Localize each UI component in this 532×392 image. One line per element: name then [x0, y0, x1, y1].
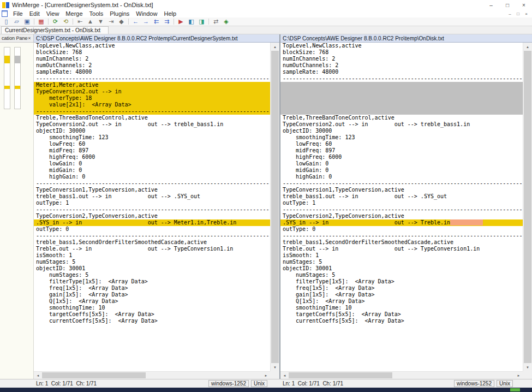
scroll-up-icon[interactable]: ▲	[523, 43, 532, 51]
plugin-settings-button[interactable]: ◈	[221, 17, 231, 26]
code-line: outType: 1	[34, 200, 270, 206]
code-line: treble_bass1,SecondOrderFilterSmoothedCa…	[280, 239, 523, 246]
menu-edit[interactable]: Edit	[26, 10, 43, 17]
code-line: numOutChannels: 2	[280, 62, 523, 69]
scroll-right-icon[interactable]: ►	[515, 372, 523, 379]
location-pane-close-icon[interactable]: ×	[26, 35, 33, 41]
first-diff-button[interactable]: ⇤	[75, 17, 85, 26]
reload-button[interactable]: ⟲	[61, 17, 71, 26]
menu-merge[interactable]: Merge	[62, 10, 86, 17]
menu-plugins[interactable]: Plugins	[106, 10, 133, 17]
separator-line: ----------------------------------------…	[280, 206, 523, 213]
left-pane-status: Ln: 1 Col: 1/71 Ch: 1/71 windows-1252 Un…	[34, 379, 279, 388]
code-line: lowGain: 0	[280, 161, 523, 167]
code-line: sampleRate: 48000	[280, 69, 523, 75]
code-line: targetCoeffs[5x5]: <Array Data>	[280, 311, 523, 318]
code-line: Treble,ThreeBandToneControl,active	[34, 115, 270, 121]
close-button[interactable]: ×	[516, 0, 532, 10]
child-restore-button[interactable]: □	[514, 10, 522, 17]
minimize-button[interactable]: –	[483, 0, 499, 10]
code-line: numStages: 5	[34, 272, 270, 278]
taskbar-green-indicator[interactable]	[510, 388, 520, 391]
auto-merge-button[interactable]: ▶	[176, 17, 186, 26]
scroll-up-icon[interactable]: ▲	[271, 43, 279, 51]
left-vertical-scrollbar[interactable]: ▲ ▼	[270, 43, 279, 371]
tab-comparison[interactable]: CurrentDesignerSystem.txt - OnDisk.txt	[1, 26, 109, 34]
mdi-child-controls: – □ ×	[506, 10, 532, 17]
prev-diff-button[interactable]: ▲	[85, 17, 95, 26]
code-line: gain[1x5]: <Array Data>	[34, 292, 270, 298]
right-vscroll-thumb[interactable]	[524, 51, 531, 363]
menu-window[interactable]: Window	[133, 10, 160, 17]
menu-bar: FileEditViewMergeToolsPluginsWindowHelp …	[0, 10, 532, 17]
scrollbar-corner	[523, 371, 532, 379]
location-pane-header: cation Pane ×	[0, 34, 34, 43]
save-button[interactable]: ▣	[22, 17, 32, 26]
copy-right-button[interactable]: →	[141, 17, 151, 26]
copy-left-button[interactable]: ←	[130, 17, 141, 26]
code-line: objectID: 30000	[34, 128, 270, 134]
code-line: currentCoeffs[5x5]: <Array Data>	[34, 318, 270, 324]
right-file-editor[interactable]: TopLevel,NewClass,activeblockSize: 768nu…	[280, 43, 523, 371]
refresh-button[interactable]: ⟳	[50, 17, 61, 26]
scroll-down-icon[interactable]: ▼	[523, 363, 532, 371]
window-controls: – □ ×	[483, 0, 532, 10]
menu-view[interactable]: View	[43, 10, 63, 17]
swap-panes-button[interactable]: ⇄	[211, 17, 221, 26]
document-icon	[2, 10, 8, 17]
last-diff-button[interactable]: ⇥	[106, 17, 116, 26]
left-file-editor[interactable]: TopLevel,NewClass,activeblockSize: 768nu…	[34, 43, 270, 371]
code-line: midGain: 0	[34, 167, 270, 174]
separator-line: ----------------------------------------…	[34, 233, 270, 239]
child-minimize-button[interactable]: –	[506, 10, 514, 17]
diff-location-marker	[15, 56, 20, 63]
code-line: currentCoeffs[5x5]: <Array Data>	[280, 318, 523, 324]
right-hscroll-thumb[interactable]	[289, 372, 392, 378]
scroll-down-icon[interactable]: ▼	[271, 363, 279, 371]
menu-help[interactable]: Help	[160, 10, 180, 17]
pane-splitter[interactable]	[279, 34, 280, 379]
code-line: objectID: 30001	[34, 265, 270, 272]
code-line: TypeConversion2,TypeConversion,active	[280, 213, 523, 219]
code-line: Treble.out --> in out --> TypeConversion…	[34, 246, 270, 252]
code-line: midGain: 0	[280, 167, 523, 174]
menu-file[interactable]: File	[10, 10, 26, 17]
scroll-right-icon[interactable]: ►	[262, 372, 270, 379]
code-line: numStages: 5	[280, 272, 523, 278]
menu-tools[interactable]: Tools	[86, 10, 107, 17]
options-button[interactable]: ▦	[36, 17, 46, 26]
copy-all-left-button[interactable]: ⇇	[151, 17, 162, 26]
right-vertical-scrollbar[interactable]: ▲ ▼	[523, 43, 532, 371]
code-line: TypeConversion1,TypeConversion,active	[34, 187, 270, 193]
maximize-button[interactable]: □	[499, 0, 516, 10]
code-line: outType: 0	[34, 226, 270, 233]
toolbar-separator	[48, 19, 49, 25]
child-close-button[interactable]: ×	[522, 10, 530, 17]
code-line: midFreq: 897	[34, 147, 270, 154]
left-hscroll-thumb[interactable]	[42, 372, 146, 378]
new-button[interactable]: ▯	[1, 17, 11, 26]
left-horizontal-scrollbar[interactable]: ◄ ►	[34, 371, 270, 379]
current-diff-button[interactable]: ◆	[116, 17, 127, 26]
location-pane	[0, 43, 34, 379]
prediffer-plugin-button[interactable]: ◨	[196, 17, 207, 26]
next-diff-button[interactable]: ▼	[95, 17, 106, 26]
separator-line: ----------------------------------------…	[34, 75, 270, 82]
unpacker-plugin-button[interactable]: ◧	[186, 17, 196, 26]
right-file-path-header: C:\DSP Concepts\AWE Designer 8.B.0.0.RC2…	[280, 34, 532, 43]
code-line: lowGain: 0	[34, 161, 270, 167]
copy-all-right-button[interactable]: ⇉	[162, 17, 172, 26]
scroll-left-icon[interactable]: ◄	[280, 372, 289, 379]
code-line: TypeConversion2,TypeConversion,active	[34, 213, 270, 219]
open-button[interactable]: ▱	[11, 17, 22, 26]
code-line: TypeConversion2.out --> in	[34, 88, 270, 95]
menu-items: FileEditViewMergeToolsPluginsWindowHelp	[10, 10, 180, 17]
left-vscroll-thumb[interactable]	[271, 51, 279, 363]
code-line: value[2x1]: <Array Data>	[34, 102, 270, 108]
code-line: TypeConversion2.out --> in out --> trebl…	[280, 121, 523, 128]
right-horizontal-scrollbar[interactable]: ◄ ►	[280, 371, 523, 379]
location-bar-right[interactable]	[14, 47, 21, 109]
code-line: midFreq: 897	[280, 147, 523, 154]
scroll-left-icon[interactable]: ◄	[34, 372, 42, 379]
location-bar-left[interactable]	[4, 47, 10, 109]
